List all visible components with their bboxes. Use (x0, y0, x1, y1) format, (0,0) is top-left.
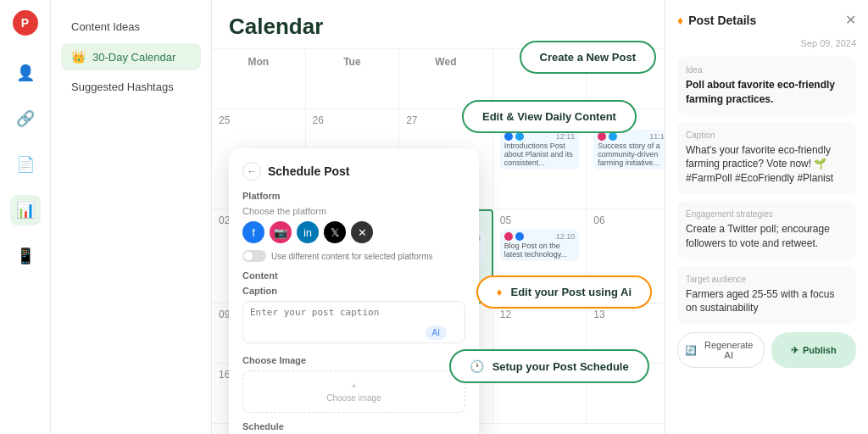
schedule-post-modal: ← Schedule Post Platform Choose the plat… (229, 148, 479, 434)
sidebar-icon-link[interactable]: 🔗 (10, 103, 41, 134)
modal-header: ← Schedule Post (242, 162, 465, 181)
publish-button[interactable]: ✈ Publish (771, 332, 857, 368)
nav-item-content-ideas[interactable]: Content Ideas (61, 14, 201, 40)
day-header-mon: Mon (212, 49, 306, 109)
main-calendar: Calendar ‹ July, 2024 › + Post Mon Tue W… (212, 0, 868, 434)
left-nav: Content Ideas 👑 30-Day Calendar Suggeste… (51, 0, 212, 434)
platform-instagram[interactable]: 📷 (270, 221, 292, 243)
detail-card-idea: Idea Poll about favorite eco-friendly fa… (677, 57, 856, 115)
fb-dot (504, 132, 513, 141)
content-label: Content (242, 270, 465, 281)
callout-setup-schedule: 🕐 Setup your Post Schedule (449, 349, 649, 383)
day-header-tue: Tue (306, 49, 400, 109)
nav-item-hashtags[interactable]: Suggested Hashtags (61, 74, 201, 100)
choose-image-label: Choose Image (242, 355, 465, 365)
ig-dot2 (504, 232, 513, 241)
panel-title: ♦ Post Details (677, 14, 756, 27)
idea-value: Poll about favorite eco-friendly farming… (686, 78, 848, 107)
platform-twitter[interactable]: 𝕏 (324, 221, 346, 243)
callout-edit-view: Edit & View Daily Content (462, 100, 637, 133)
refresh-icon: 🔄 (685, 345, 697, 356)
caption-wrapper: AI (242, 301, 465, 347)
sidebar-icon-doc[interactable]: 📄 (10, 149, 41, 180)
caption-label: Caption (242, 286, 465, 296)
modal-title: Schedule Post (268, 164, 349, 178)
platform-facebook[interactable]: f (242, 221, 264, 243)
content-section: Content Caption AI (242, 270, 465, 347)
send-icon: ✈ (791, 345, 798, 356)
ai-button[interactable]: AI (426, 326, 447, 340)
post-details-panel: ♦ Post Details ✕ Sep 09, 2024 Idea Poll … (665, 0, 868, 434)
platform-icons-row: f 📷 in 𝕏 ✕ (242, 221, 465, 243)
caption-label2: Caption (686, 131, 848, 140)
ig-dot (598, 132, 606, 141)
audience-value: Farmers aged 25-55 with a focus on susta… (686, 287, 848, 316)
sidebar-icon-mobile[interactable]: 📱 (10, 241, 41, 271)
schedule-section: Schedule 📅 September 7, 2024 ▾ : PM (242, 421, 465, 434)
sidebar-icon-calendar[interactable]: 📊 (10, 195, 41, 225)
post-item[interactable]: 11:15 Success story of a community-drive… (593, 130, 673, 170)
calendar-title: Calendar (229, 14, 323, 40)
schedule-label: Schedule (242, 421, 465, 431)
detail-card-audience: Target audience Farmers aged 25-55 with … (677, 266, 856, 325)
platform-x[interactable]: ✕ (351, 221, 373, 243)
platform-linkedin[interactable]: in (297, 221, 319, 243)
platform-section: Platform Choose the platform f 📷 in 𝕏 ✕ … (242, 191, 465, 262)
diamond-icon: ♦ (497, 286, 503, 298)
image-section: Choose Image + Choose image (242, 355, 465, 413)
engagement-value: Create a Twitter poll; encourage followe… (686, 222, 848, 251)
caption-value: What's your favorite eco-friendly farmin… (686, 143, 848, 186)
sidebar-icon-user[interactable]: 👤 (10, 58, 41, 88)
panel-date: Sep 09, 2024 (677, 38, 856, 48)
regenerate-ai-button[interactable]: 🔄 Regenerate AI (677, 332, 765, 368)
panel-actions: 🔄 Regenerate AI ✈ Publish (677, 332, 856, 368)
image-upload-area[interactable]: + Choose image (242, 370, 465, 413)
plus-icon: + (352, 381, 357, 391)
toggle-row: Use different content for selected platf… (242, 250, 465, 262)
crown-icon: 👑 (71, 50, 86, 64)
sidebar: P 👤 🔗 📄 📊 📱 (0, 0, 51, 434)
close-icon[interactable]: ✕ (845, 12, 856, 28)
detail-card-caption: Caption What's your favorite eco-friendl… (677, 122, 856, 194)
fb-dot3 (515, 232, 524, 241)
engagement-label: Engagement strategies (686, 209, 848, 219)
choose-platform-label: Choose the platform (242, 206, 465, 216)
tw-dot (515, 132, 524, 141)
callout-create-new-post[interactable]: Create a New Post (520, 41, 656, 74)
tw-dot2 (609, 132, 617, 141)
content-toggle[interactable] (242, 250, 266, 262)
callout-edit-ai[interactable]: ♦ Edit your Post using Ai (476, 275, 652, 309)
platform-label: Platform (242, 191, 465, 201)
panel-header: ♦ Post Details ✕ (677, 12, 856, 28)
post-item[interactable]: 12:11 Introductions Post about Planist a… (500, 130, 580, 170)
audience-label: Target audience (686, 275, 848, 284)
post-item[interactable]: 12:10 Blog Post on the latest technology… (500, 230, 580, 261)
clock-icon: 🕐 (470, 359, 484, 373)
diamond-icon: ♦ (677, 14, 683, 27)
app-logo: P (13, 10, 38, 36)
back-button[interactable]: ← (242, 162, 261, 181)
detail-card-engagement: Engagement strategies Create a Twitter p… (677, 201, 856, 259)
idea-label: Idea (686, 65, 848, 75)
nav-item-30day[interactable]: 👑 30-Day Calendar (61, 43, 201, 70)
